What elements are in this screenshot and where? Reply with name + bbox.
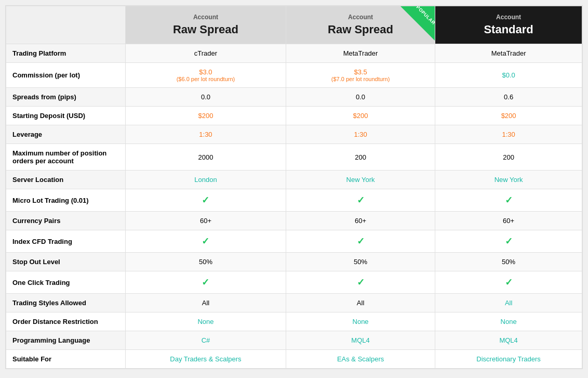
feature-value: All <box>435 294 582 312</box>
feature-value: None <box>126 312 286 331</box>
feature-value: ✓ <box>286 189 435 212</box>
feature-value: ✓ <box>126 230 286 253</box>
account-label-3: Account <box>442 14 576 21</box>
feature-value: $3.0($6.0 per lot roundturn) <box>126 63 286 88</box>
account-header-raw-spread-2: POPULAR Account Raw Spread <box>286 6 435 44</box>
feature-value: Day Traders & Scalpers <box>126 350 286 369</box>
feature-label: Programming Language <box>6 331 126 350</box>
feature-value: All <box>286 294 435 312</box>
feature-value: All <box>126 294 286 312</box>
feature-value: ✓ <box>286 271 435 294</box>
feature-value: MetaTrader <box>286 44 435 63</box>
feature-label: Server Location <box>6 171 126 189</box>
feature-value: 50% <box>435 253 582 271</box>
feature-label: Starting Deposit (USD) <box>6 107 126 125</box>
feature-label: Suitable For <box>6 350 126 369</box>
feature-value: $200 <box>126 107 286 125</box>
feature-label: One Click Trading <box>6 271 126 294</box>
feature-value: $200 <box>435 107 582 125</box>
feature-label: Leverage <box>6 125 126 144</box>
feature-value: 0.0 <box>286 88 435 107</box>
feature-value: 200 <box>286 144 435 171</box>
feature-value: 0.6 <box>435 88 582 107</box>
feature-label: Order Distance Restriction <box>6 312 126 331</box>
feature-value: 200 <box>435 144 582 171</box>
feature-value: 0.0 <box>126 88 286 107</box>
feature-value: ✓ <box>126 271 286 294</box>
feature-value: MQL4 <box>435 331 582 350</box>
feature-value: New York <box>286 171 435 189</box>
feature-label: Currency Pairs <box>6 212 126 230</box>
feature-value: ✓ <box>126 189 286 212</box>
feature-value: London <box>126 171 286 189</box>
feature-label: Stop Out Level <box>6 253 126 271</box>
check-icon: ✓ <box>357 236 365 246</box>
check-icon: ✓ <box>505 195 513 205</box>
account-name-1: Raw Spread <box>132 23 279 36</box>
feature-label: Index CFD Trading <box>6 230 126 253</box>
feature-value: C# <box>126 331 286 350</box>
feature-value: None <box>286 312 435 331</box>
check-icon: ✓ <box>202 195 209 205</box>
feature-value: 60+ <box>126 212 286 230</box>
feature-value: 50% <box>286 253 435 271</box>
feature-value: ✓ <box>286 230 435 253</box>
account-header-raw-spread-1: Account Raw Spread <box>126 6 286 44</box>
feature-value: MetaTrader <box>435 44 582 63</box>
account-header-standard: Account Standard <box>435 6 582 44</box>
feature-value: None <box>435 312 582 331</box>
feature-value: 60+ <box>435 212 582 230</box>
feature-label: Micro Lot Trading (0.01) <box>6 189 126 212</box>
feature-value: Discretionary Traders <box>435 350 582 369</box>
feature-value: $0.0 <box>435 63 582 88</box>
check-icon: ✓ <box>202 277 209 288</box>
popular-badge: POPULAR <box>399 6 435 42</box>
feature-value: 1:30 <box>286 125 435 144</box>
popular-text: POPULAR <box>415 6 435 26</box>
feature-value: cTrader <box>126 44 286 63</box>
empty-header <box>6 6 126 44</box>
account-label-1: Account <box>132 14 279 21</box>
feature-label: Trading Platform <box>6 44 126 63</box>
check-icon: ✓ <box>202 236 209 246</box>
check-icon: ✓ <box>505 236 513 246</box>
feature-value: 2000 <box>126 144 286 171</box>
check-icon: ✓ <box>505 277 513 288</box>
feature-value: $200 <box>286 107 435 125</box>
feature-value: 50% <box>126 253 286 271</box>
feature-value: New York <box>435 171 582 189</box>
feature-label: Maximum number of position orders per ac… <box>6 144 126 171</box>
account-name-3: Standard <box>442 23 576 36</box>
check-icon: ✓ <box>357 195 365 205</box>
feature-value: 1:30 <box>126 125 286 144</box>
feature-value: EAs & Scalpers <box>286 350 435 369</box>
feature-label: Spreads from (pips) <box>6 88 126 107</box>
feature-value: 1:30 <box>435 125 582 144</box>
feature-value: $3.5($7.0 per lot roundturn) <box>286 63 435 88</box>
check-icon: ✓ <box>357 277 365 288</box>
feature-label: Trading Styles Allowed <box>6 294 126 312</box>
comparison-table: Account Raw Spread POPULAR Account Raw S… <box>5 5 583 369</box>
feature-value: ✓ <box>435 230 582 253</box>
feature-value: MQL4 <box>286 331 435 350</box>
feature-value: ✓ <box>435 189 582 212</box>
feature-label: Commission (per lot) <box>6 63 126 88</box>
feature-value: ✓ <box>435 271 582 294</box>
feature-value: 60+ <box>286 212 435 230</box>
